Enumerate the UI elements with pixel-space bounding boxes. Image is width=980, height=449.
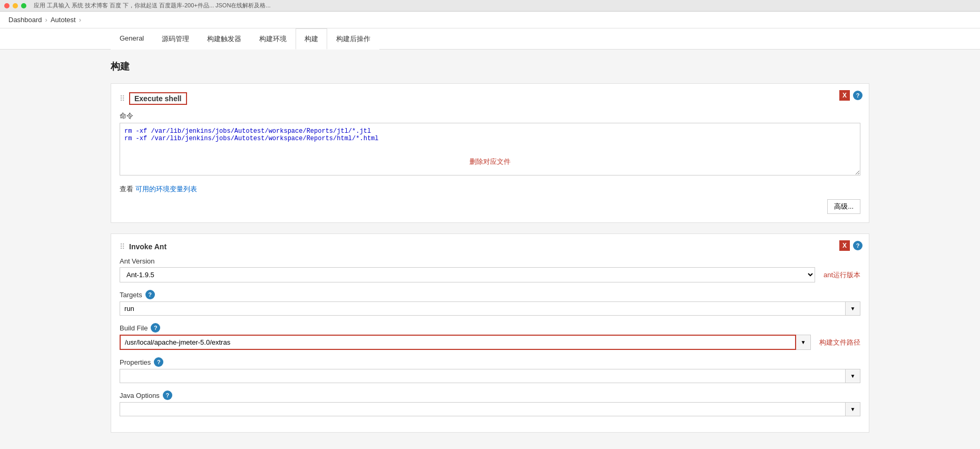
build-file-expand-button[interactable]: ▼ — [796, 335, 811, 350]
browser-dot-green — [21, 3, 26, 8]
java-options-expand-button[interactable]: ▼ — [846, 402, 860, 416]
build-file-label: Build File — [120, 324, 148, 332]
ant-version-field: Ant Version Ant-1.9.5 ant运行版本 — [120, 257, 860, 282]
breadcrumb-autotest[interactable]: Autotest — [51, 16, 76, 24]
java-options-label-row: Java Options ? — [120, 391, 860, 400]
properties-input[interactable] — [120, 369, 846, 383]
ant-version-annotation: ant运行版本 — [824, 270, 860, 280]
command-label: 命令 — [120, 111, 860, 121]
execute-shell-title: Execute shell — [129, 92, 187, 105]
browser-bar: 应用 工具输入 系统 技术博客 百度 下，你就起送 百度题库-200+件品...… — [0, 0, 980, 12]
invoke-ant-header: ⠿ Invoke Ant — [120, 242, 860, 251]
ant-version-label: Ant Version — [120, 257, 860, 265]
properties-input-row: ▼ — [120, 369, 860, 383]
targets-label-row: Targets ? — [120, 290, 860, 299]
breadcrumb-sep2: › — [79, 16, 81, 24]
tab-build[interactable]: 构建 — [296, 28, 327, 50]
execute-shell-section: ⠿ Execute shell X ? 命令 rm -xf /var/lib/j… — [111, 83, 869, 223]
tab-env[interactable]: 构建环境 — [250, 28, 296, 50]
targets-help-icon[interactable]: ? — [145, 290, 155, 299]
command-textarea[interactable]: rm -xf /var/lib/jenkins/jobs/Autotest/wo… — [120, 123, 860, 175]
targets-field: Targets ? ▼ — [120, 290, 860, 316]
drag-icon: ⠿ — [120, 94, 125, 103]
invoke-ant-drag-icon: ⠿ — [120, 242, 125, 251]
build-file-field: Build File ? ▼ 构建文件路径 — [120, 323, 860, 350]
breadcrumb: Dashboard › Autotest › — [0, 12, 980, 28]
targets-input-row: ▼ — [120, 301, 860, 316]
java-options-input-row: ▼ — [120, 402, 860, 416]
java-options-field: Java Options ? ▼ — [120, 391, 860, 416]
tab-trigger[interactable]: 构建触发器 — [198, 28, 250, 50]
java-options-label: Java Options — [120, 392, 160, 399]
properties-label-row: Properties ? — [120, 357, 860, 367]
build-file-label-row: Build File ? — [120, 323, 860, 333]
invoke-ant-delete-button[interactable]: X — [839, 240, 850, 251]
properties-expand-button[interactable]: ▼ — [846, 369, 860, 383]
invoke-ant-section: ⠿ Invoke Ant X ? Ant Version Ant-1.9.5 a… — [111, 233, 869, 433]
build-file-input[interactable] — [120, 335, 796, 350]
targets-label: Targets — [120, 291, 142, 299]
targets-expand-button[interactable]: ▼ — [846, 301, 860, 316]
properties-help-icon[interactable]: ? — [154, 357, 163, 367]
java-options-input[interactable] — [120, 402, 846, 416]
browser-dot-red — [4, 3, 9, 8]
env-link[interactable]: 可用的环境变量列表 — [135, 185, 197, 193]
execute-shell-help-icon[interactable]: ? — [853, 91, 863, 100]
tabs-bar: General 源码管理 构建触发器 构建环境 构建 构建后操作 — [0, 28, 980, 50]
env-link-row: 查看 可用的环境变量列表 — [120, 184, 860, 194]
browser-bar-text: 应用 工具输入 系统 技术博客 百度 下，你就起送 百度题库-200+件品...… — [34, 2, 271, 9]
advanced-btn-row: 高级... — [120, 199, 860, 214]
execute-shell-actions: X ? — [839, 90, 863, 101]
invoke-ant-actions: X ? — [839, 240, 863, 251]
properties-label: Properties — [120, 358, 151, 366]
tab-post[interactable]: 构建后操作 — [327, 28, 379, 50]
command-field: 命令 rm -xf /var/lib/jenkins/jobs/Autotest… — [120, 111, 860, 177]
env-link-prefix: 查看 — [120, 185, 133, 193]
execute-shell-delete-button[interactable]: X — [839, 90, 850, 101]
execute-shell-header: ⠿ Execute shell — [120, 92, 860, 105]
ant-version-select[interactable]: Ant-1.9.5 — [120, 267, 815, 282]
tab-source[interactable]: 源码管理 — [153, 28, 198, 50]
build-file-annotation: 构建文件路径 — [819, 338, 860, 347]
java-options-help-icon[interactable]: ? — [163, 391, 172, 400]
tab-general[interactable]: General — [111, 28, 153, 50]
build-file-input-row: ▼ — [120, 335, 811, 350]
invoke-ant-help-icon[interactable]: ? — [853, 241, 863, 250]
breadcrumb-dashboard[interactable]: Dashboard — [8, 16, 42, 24]
page-title: 构建 — [111, 60, 869, 73]
targets-input[interactable] — [120, 301, 846, 316]
browser-dot-yellow — [13, 3, 18, 8]
invoke-ant-title: Invoke Ant — [129, 242, 166, 251]
command-annotation: 删除对应文件 — [469, 157, 511, 167]
advanced-button[interactable]: 高级... — [827, 199, 860, 214]
breadcrumb-sep1: › — [45, 16, 47, 24]
main-content: 构建 ⠿ Execute shell X ? 命令 rm -xf /var/li… — [0, 50, 980, 449]
properties-field: Properties ? ▼ — [120, 357, 860, 383]
build-file-help-icon[interactable]: ? — [151, 323, 160, 333]
